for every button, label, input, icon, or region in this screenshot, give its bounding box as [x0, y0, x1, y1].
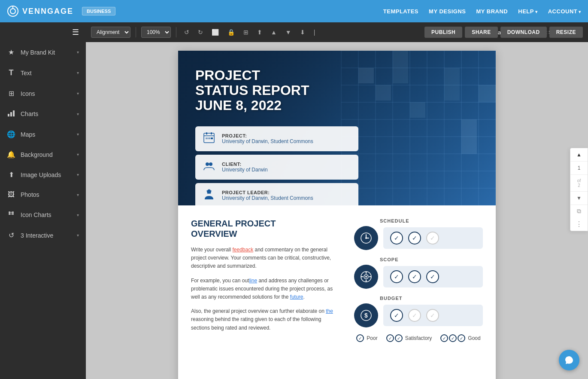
sidebar-label-maps: Maps — [21, 131, 35, 138]
svg-rect-3 — [8, 114, 9, 116]
page-nav-down[interactable]: ▼ — [570, 192, 588, 205]
hero-section: PROJECT STATUS REPORT JUNE 8, 2022 — [178, 51, 496, 205]
scope-header: SCOPE — [380, 257, 483, 262]
separator-button[interactable]: | — [311, 27, 318, 37]
project-text: PROJECT: University of Darwin, Student C… — [222, 133, 313, 144]
nav-my-brand[interactable]: MY BRAND — [476, 8, 508, 15]
resize-button[interactable]: RESIZE — [549, 27, 583, 38]
client-icon — [202, 160, 216, 174]
redo-button[interactable]: ↻ — [195, 27, 206, 37]
project-value: University of Darwin, Student Commons — [222, 138, 313, 144]
hamburger-menu[interactable]: ☰ — [0, 22, 86, 42]
svg-rect-42 — [206, 132, 207, 134]
action-buttons: PUBLISH SHARE DOWNLOAD RESIZE — [424, 27, 583, 38]
hero-title: PROJECT STATUS REPORT JUNE 8, 2022 — [195, 68, 479, 113]
canvas-page: PROJECT STATUS REPORT JUNE 8, 2022 — [178, 51, 496, 379]
business-badge: BUSINESS — [82, 7, 115, 15]
chevron-right-icon-image-uploads: ▾ — [77, 172, 79, 177]
budget-check-2: ✓ — [408, 309, 421, 322]
chevron-up-button[interactable]: ▲ — [268, 27, 279, 37]
legend-satisfactory-check2: ✓ — [395, 334, 403, 342]
image-button[interactable]: ⬜ — [209, 27, 221, 37]
chevron-right-icon-icons: ▾ — [77, 91, 79, 96]
overview-title-line2: OVERVIEW — [191, 229, 341, 239]
highlight-feedback: feedback — [232, 247, 253, 253]
text-icon: T — [7, 68, 15, 77]
client-text: CLIENT: University of Darwin — [222, 162, 268, 173]
main-content: GENERAL PROJECT OVERVIEW Write your over… — [178, 205, 496, 355]
chat-button[interactable] — [559, 350, 579, 370]
image-uploads-icon: ⬆ — [7, 171, 15, 179]
legend-poor-label: Poor — [367, 335, 377, 341]
sidebar-item-photos[interactable]: 🖼 Photos ▾ — [0, 185, 86, 205]
schedule-checks: ✓ ✓ ✓ — [383, 227, 483, 249]
sidebar-item-text[interactable]: T Text ▾ — [0, 62, 86, 83]
main-canvas-area: PROJECT STATUS REPORT JUNE 8, 2022 — [86, 42, 588, 379]
client-label: CLIENT: — [222, 162, 268, 167]
overview-title-line1: GENERAL PROJECT — [191, 218, 341, 229]
sidebar-label-background: Background — [21, 151, 53, 158]
overview-para3: Also, the general project overview can f… — [191, 307, 341, 332]
page-nav-current[interactable]: 1 — [570, 162, 588, 175]
schedule-icon — [354, 226, 378, 250]
overview-para2: For example, you can outline and address… — [191, 277, 341, 302]
lock-button[interactable]: 🔒 — [225, 27, 237, 37]
zoom-select[interactable]: 100% — [141, 27, 171, 38]
page-nav-copy-icon[interactable]: ⧉ — [572, 205, 586, 217]
sidebar-item-icons[interactable]: ⊞ Icons ▾ — [0, 83, 86, 104]
top-nav: VENNGAGE BUSINESS TEMPLATES MY DESIGNS M… — [0, 0, 588, 22]
publish-button[interactable]: PUBLISH — [424, 27, 462, 38]
undo-button[interactable]: ↺ — [182, 27, 192, 37]
legend-poor: ✓ Poor — [356, 334, 377, 342]
chevron-right-icon-charts: ▾ — [77, 112, 79, 116]
top-nav-links: TEMPLATES MY DESIGNS MY BRAND HELP ACCOU… — [383, 8, 581, 15]
leader-label: PROJECT LEADER: — [222, 190, 313, 195]
hero-content: PROJECT STATUS REPORT JUNE 8, 2022 — [178, 51, 496, 205]
sidebar-item-background[interactable]: 🔔 Background ▾ — [0, 144, 86, 165]
sidebar-label-icons: Icons — [21, 90, 35, 97]
page-nav-more[interactable]: ⋮ — [570, 217, 588, 231]
project-leader-icon — [202, 188, 216, 203]
sidebar-item-image-uploads[interactable]: ⬆ Image Uploads ▾ — [0, 165, 86, 185]
download-button[interactable]: DOWNLOAD — [500, 27, 547, 38]
alignment-select[interactable]: Alignment — [91, 27, 130, 38]
left-column: GENERAL PROJECT OVERVIEW Write your over… — [191, 218, 341, 342]
schedule-check-3: ✓ — [426, 232, 439, 245]
schedule-check-2: ✓ — [408, 232, 421, 245]
sidebar-label-my-brand: My Brand Kit — [21, 49, 55, 56]
legend-satisfactory-label: Satisfactory — [405, 335, 432, 341]
up-button[interactable]: ⬆ — [255, 27, 265, 37]
nav-my-designs[interactable]: MY DESIGNS — [429, 8, 466, 15]
toolbar-divider-2 — [176, 27, 176, 37]
nav-templates[interactable]: TEMPLATES — [383, 8, 418, 15]
logo-text: VENNGAGE — [22, 7, 73, 16]
leader-value: University of Darwin, Student Commons — [222, 195, 313, 201]
page-nav-up[interactable]: ▲ — [570, 148, 588, 162]
sidebar-item-icon-charts[interactable]: Icon Charts ▾ — [0, 205, 86, 225]
logo[interactable]: VENNGAGE — [7, 5, 73, 17]
sidebar-item-my-brand[interactable]: ★ My Brand Kit ▾ — [0, 42, 86, 62]
svg-point-1 — [10, 9, 15, 14]
sidebar-item-charts[interactable]: Charts ▾ — [0, 104, 86, 124]
sidebar: ☰ ★ My Brand Kit ▾ T Text ▾ ⊞ Icons ▾ Ch… — [0, 22, 86, 379]
down-button[interactable]: ⬇ — [297, 27, 308, 37]
chevron-right-icon-my-brand: ▾ — [77, 50, 79, 55]
copy-button[interactable]: ⊞ — [241, 27, 251, 37]
share-button[interactable]: SHARE — [465, 27, 498, 38]
svg-point-10 — [12, 211, 14, 213]
budget-header: BUDGET — [380, 296, 483, 301]
chevron-down-button[interactable]: ▼ — [283, 27, 294, 37]
sidebar-item-maps[interactable]: 🌐 Maps ▾ — [0, 124, 86, 144]
chevron-right-icon-maps: ▾ — [77, 132, 79, 137]
project-label: PROJECT: — [222, 133, 313, 138]
my-brand-icon: ★ — [7, 48, 15, 56]
sidebar-label-photos: Photos — [21, 191, 39, 198]
interactive-icon: ↺ — [7, 231, 15, 239]
nav-account[interactable]: ACCOUNT — [548, 8, 581, 15]
nav-help[interactable]: HELP — [518, 8, 537, 15]
status-group-schedule: SCHEDULE ✓ ✓ — [354, 218, 483, 250]
overview-title: GENERAL PROJECT OVERVIEW — [191, 218, 341, 239]
legend-satisfactory-check1: ✓ — [386, 334, 394, 342]
sidebar-label-text: Text — [21, 70, 32, 76]
sidebar-item-interactive[interactable]: ↺ 3 Interactive ▾ — [0, 225, 86, 245]
